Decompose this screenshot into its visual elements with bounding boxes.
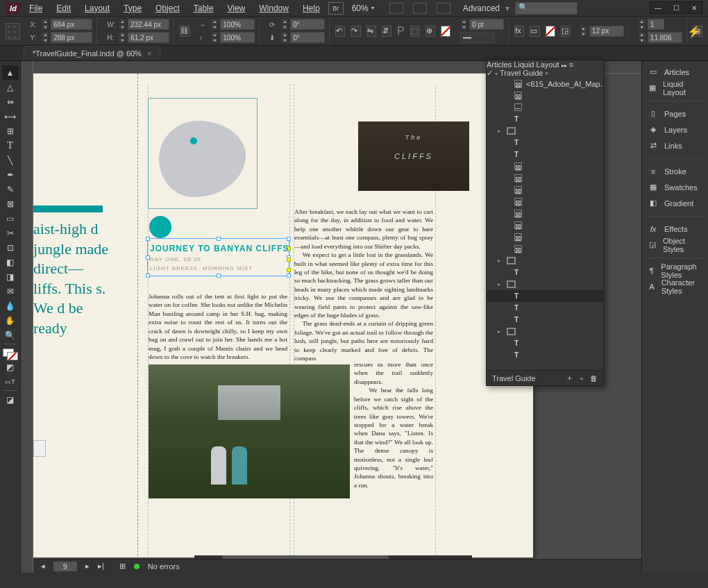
- constrain-icon[interactable]: ⛓: [180, 26, 189, 37]
- page-tool[interactable]: ⇔: [2, 94, 19, 109]
- stroke-style[interactable]: ━━: [460, 32, 495, 43]
- menu-object[interactable]: Object: [155, 3, 180, 13]
- zoom-level[interactable]: 60%: [352, 3, 374, 13]
- panel-menu-icon[interactable]: ≡: [569, 60, 573, 69]
- select-container-icon[interactable]: ⬚: [410, 26, 420, 37]
- new-article-icon[interactable]: ▫: [580, 374, 583, 383]
- scale-y-field[interactable]: 100%: [220, 32, 255, 43]
- article-checkbox[interactable]: ✓: [487, 69, 493, 77]
- add-article-icon[interactable]: ＋: [566, 373, 573, 383]
- zoom-tool[interactable]: 🔍: [2, 328, 19, 342]
- dock-object-styles[interactable]: ◲Object Styles: [642, 237, 708, 253]
- corner-size[interactable]: 12 px: [589, 26, 624, 37]
- page-number-field[interactable]: 9: [53, 562, 77, 571]
- article-item[interactable]: ▸: [487, 278, 603, 290]
- pencil-tool[interactable]: ✎: [2, 182, 19, 196]
- apply-color-icon[interactable]: ◩: [2, 360, 19, 374]
- page-nav-last[interactable]: ▸|: [98, 562, 104, 571]
- article-item[interactable]: ⊠: [487, 172, 603, 184]
- view-mode-icon[interactable]: ◪: [2, 392, 19, 407]
- article-item[interactable]: ⊠: [487, 219, 603, 231]
- dock-character-styles[interactable]: ACharacter Styles: [642, 278, 708, 294]
- menu-window[interactable]: Window: [259, 3, 289, 13]
- content-collector-tool[interactable]: ⊞: [2, 124, 19, 138]
- help-search[interactable]: 🔍: [515, 2, 578, 15]
- map-frame[interactable]: [148, 98, 258, 209]
- article-item[interactable]: ⊠: [487, 160, 603, 172]
- menu-edit[interactable]: Edit: [56, 3, 71, 13]
- dock-gradient[interactable]: ◧Gradient: [642, 195, 708, 211]
- rotation-field[interactable]: 0°: [290, 19, 325, 30]
- bridge-button[interactable]: Br: [328, 2, 344, 15]
- dock-stroke[interactable]: ≡Stroke: [642, 163, 708, 179]
- articles-tab[interactable]: Articles: [487, 60, 512, 69]
- article-target-icon[interactable]: ▫: [546, 69, 548, 77]
- preflight-status[interactable]: No errors: [148, 562, 180, 571]
- article-item[interactable]: ▸: [487, 255, 603, 267]
- menu-layout[interactable]: Layout: [85, 3, 110, 13]
- minimize-button[interactable]: —: [650, 1, 666, 14]
- article-name[interactable]: Travel Guide: [500, 69, 543, 77]
- w-field[interactable]: 232.44 px: [128, 19, 169, 30]
- corner-options-icon[interactable]: ◲: [561, 26, 571, 37]
- view-mode-1[interactable]: [389, 3, 403, 14]
- y-field[interactable]: 288 px: [51, 32, 92, 43]
- selection-tool[interactable]: ▲: [2, 65, 19, 80]
- dock-liquid-layout[interactable]: ▦Liquid Layout: [642, 80, 708, 96]
- article-item[interactable]: T: [487, 113, 603, 125]
- dock-articles[interactable]: ▭Articles: [642, 64, 708, 80]
- article-disclosure[interactable]: ▾: [495, 71, 498, 77]
- article-item[interactable]: T: [487, 267, 603, 278]
- free-transform-tool[interactable]: ⊡: [2, 240, 19, 255]
- dock-layers[interactable]: ◈Layers: [642, 121, 708, 137]
- view-mode-2[interactable]: [413, 3, 427, 14]
- menu-file[interactable]: File: [29, 3, 42, 13]
- article-item[interactable]: ⊠: [487, 196, 603, 208]
- type-tool[interactable]: T: [2, 138, 19, 153]
- dock-swatches[interactable]: ▦Swatches: [642, 179, 708, 195]
- panel-collapse-icon[interactable]: ▸▸: [562, 62, 567, 69]
- document-tab[interactable]: *TravelGuide_Final.indd @ 60% ×: [24, 46, 160, 60]
- menu-type[interactable]: Type: [124, 3, 142, 13]
- scissors-tool[interactable]: ✂: [2, 226, 19, 240]
- hiking-photo[interactable]: [149, 364, 350, 498]
- close-tab-icon[interactable]: ×: [147, 49, 151, 58]
- menu-table[interactable]: Table: [194, 3, 214, 13]
- stroke-none-icon[interactable]: [546, 26, 555, 37]
- menu-help[interactable]: Help: [303, 3, 320, 13]
- article-item[interactable]: ⊠<615_Adobe_AI_Map...: [487, 78, 603, 90]
- wrap-none-icon[interactable]: ▭: [530, 26, 539, 37]
- x-field[interactable]: 684 px: [51, 19, 92, 30]
- article-item[interactable]: ▸: [487, 125, 603, 137]
- maximize-button[interactable]: ☐: [668, 1, 684, 14]
- dock-pages[interactable]: ▯Pages: [642, 106, 708, 121]
- article-item[interactable]: ─: [487, 101, 603, 113]
- gutter-field[interactable]: 11.806: [648, 32, 682, 43]
- note-tool[interactable]: ✉: [2, 284, 19, 299]
- effects-icon[interactable]: fx: [514, 26, 524, 37]
- format-container-icon[interactable]: ▭T: [2, 374, 19, 389]
- line-tool[interactable]: ╲: [2, 153, 19, 167]
- document-canvas[interactable]: aist-high d jungle made direct— liffs. T…: [21, 61, 708, 573]
- dock-links[interactable]: ⇄Links: [642, 137, 708, 153]
- article-item[interactable]: ⊠: [487, 243, 603, 255]
- article-item[interactable]: ⊠: [487, 184, 603, 196]
- flip-h-icon[interactable]: ⇋: [366, 26, 376, 37]
- rotate-cw-icon[interactable]: ↷: [351, 26, 360, 37]
- flip-v-icon[interactable]: ⇵: [382, 26, 391, 37]
- article-item[interactable]: ⊠: [487, 90, 603, 101]
- pen-tool[interactable]: ✒: [2, 167, 19, 182]
- page-nav-next[interactable]: ▸: [85, 562, 90, 571]
- hand-tool[interactable]: ✋: [2, 313, 19, 328]
- shear-field[interactable]: 0°: [290, 32, 325, 43]
- gradient-feather-tool[interactable]: ◨: [2, 269, 19, 284]
- direct-selection-tool[interactable]: △: [2, 80, 19, 94]
- gap-tool[interactable]: ⟷: [2, 109, 19, 124]
- horizontal-ruler[interactable]: [33, 61, 708, 74]
- article-item[interactable]: T: [487, 314, 603, 326]
- article-item[interactable]: T: [487, 137, 603, 149]
- rectangle-frame-tool[interactable]: ⊠: [2, 196, 19, 211]
- workspace-switcher[interactable]: Advanced: [463, 3, 500, 13]
- quick-apply-icon[interactable]: ⚡: [687, 25, 701, 38]
- menu-view[interactable]: View: [227, 3, 245, 13]
